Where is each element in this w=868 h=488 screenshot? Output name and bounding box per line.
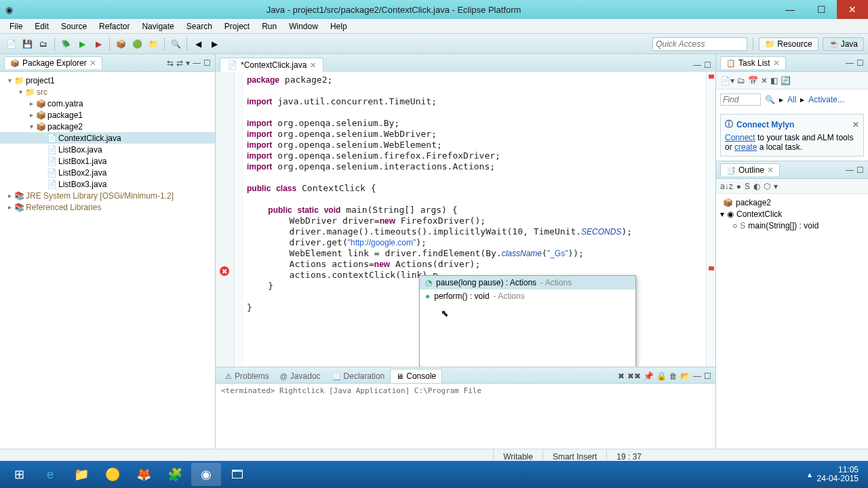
menu-run[interactable]: Run xyxy=(256,20,282,33)
console-pin-icon[interactable]: 📌 xyxy=(644,371,654,381)
tree-item[interactable]: ▸📦com.yatra xyxy=(0,98,215,109)
editor-min-icon[interactable]: — xyxy=(693,60,701,70)
app-icon[interactable]: 🧩 xyxy=(160,463,190,486)
editor-tab-contextclick[interactable]: 📄*ContextClick.java✕ xyxy=(220,58,323,72)
tab-problems[interactable]: ⚠ Problems xyxy=(220,369,275,383)
task-sync-icon[interactable]: 🔄 xyxy=(781,76,791,85)
tree-item[interactable]: 📄ListBox1.java xyxy=(0,155,215,167)
view-menu-icon[interactable]: ▾ xyxy=(186,58,190,68)
quick-access-input[interactable] xyxy=(652,37,747,51)
newpkg-icon[interactable]: 📦 xyxy=(114,37,127,51)
outline-item[interactable]: 📦package2 xyxy=(720,197,864,208)
close-button[interactable]: ✕ xyxy=(837,0,868,19)
console-remove-icon[interactable]: ✖ xyxy=(618,371,625,381)
window-icon[interactable]: 🗔 xyxy=(222,463,252,486)
tab-declaration[interactable]: 📃 Declaration xyxy=(326,369,391,383)
outline-local-icon[interactable]: ⬡ xyxy=(764,182,770,191)
mylyn-close-icon[interactable]: ✕ xyxy=(852,120,859,129)
minimize-button[interactable]: — xyxy=(774,0,806,19)
console-removeall-icon[interactable]: ✖✖ xyxy=(627,371,641,381)
outline-max-icon[interactable]: ☐ xyxy=(856,165,864,175)
tasklist-tab[interactable]: 📋 Task List ✕ xyxy=(720,56,786,69)
tree-item[interactable]: ▸📚JRE System Library [OSGi/Minimum-1.2] xyxy=(0,190,215,201)
outline-focus-icon[interactable]: ▾ xyxy=(774,182,778,191)
outline-fields-icon[interactable]: ● xyxy=(736,182,741,191)
chrome-icon[interactable]: 🟡 xyxy=(98,463,127,486)
link-editor-icon[interactable]: ⇄ xyxy=(176,58,183,68)
firefox-icon[interactable]: 🦊 xyxy=(129,463,159,486)
menu-edit[interactable]: Edit xyxy=(29,20,54,33)
btabs-min-icon[interactable]: — xyxy=(693,371,701,381)
tree-item[interactable]: 📄ListBox.java xyxy=(0,144,215,155)
task-hide-icon[interactable]: ◧ xyxy=(770,76,778,85)
close-icon[interactable]: ✕ xyxy=(310,61,316,70)
outline-min-icon[interactable]: — xyxy=(846,165,854,175)
eclipse-taskbar-icon[interactable]: ◉ xyxy=(191,463,221,486)
tray-up-icon[interactable]: ▴ xyxy=(808,470,812,479)
tab-javadoc[interactable]: @ Javadoc xyxy=(275,369,326,383)
outline-item[interactable]: ○Smain(String[]) : void xyxy=(720,220,864,231)
menu-project[interactable]: Project xyxy=(219,20,255,33)
editor-max-icon[interactable]: ☐ xyxy=(704,60,711,70)
outline-tab[interactable]: 📑 Outline ✕ xyxy=(720,163,780,176)
maximize-button[interactable]: ☐ xyxy=(806,0,837,19)
run-icon[interactable]: ▶ xyxy=(75,37,89,51)
menu-file[interactable]: File xyxy=(4,20,28,33)
tree-item[interactable]: 📄ContextClick.java xyxy=(0,132,215,144)
menu-window[interactable]: Window xyxy=(283,20,323,33)
package-tree[interactable]: ▾📁project1▾📁src▸📦com.yatra▸📦package1▾📦pa… xyxy=(0,72,215,449)
new-icon[interactable]: 📄 xyxy=(4,37,18,51)
task-cat-icon[interactable]: 🗂 xyxy=(737,76,745,85)
saveall-icon[interactable]: 🗂 xyxy=(37,37,50,51)
newclass-icon[interactable]: 🟢 xyxy=(130,37,144,51)
tree-item[interactable]: 📄ListBox2.java xyxy=(0,167,215,178)
content-assist-item[interactable]: ◔pause(long pause) : Actions - Actions xyxy=(420,276,635,289)
minimize-view-icon[interactable]: — xyxy=(193,58,201,68)
mylyn-connect-link[interactable]: Connect xyxy=(725,133,755,142)
task-new-icon[interactable]: 📄▾ xyxy=(720,76,734,85)
menu-search[interactable]: Search xyxy=(181,20,218,33)
task-activate-link[interactable]: Activate... xyxy=(808,95,844,104)
mylyn-create-link[interactable]: create xyxy=(734,142,757,152)
btabs-max-icon[interactable]: ☐ xyxy=(704,371,711,381)
perspective-java[interactable]: ☕ Java xyxy=(823,37,864,51)
tree-item[interactable]: ▸📦package1 xyxy=(0,109,215,121)
search-icon[interactable]: 🔍 xyxy=(765,95,775,104)
nav-back-icon[interactable]: ◀ xyxy=(191,37,205,51)
save-icon[interactable]: 💾 xyxy=(20,37,34,51)
console-scrolllock-icon[interactable]: 🔒 xyxy=(656,371,667,381)
outline-static-icon[interactable]: S xyxy=(745,182,750,191)
tasklist-max-icon[interactable]: ☐ xyxy=(856,58,864,68)
tree-item[interactable]: ▸📚Referenced Libraries xyxy=(0,201,215,213)
content-assist-item[interactable]: ●perform() : void - Actions xyxy=(420,289,635,303)
nav-fwd-icon[interactable]: ▶ xyxy=(208,37,221,51)
menu-help[interactable]: Help xyxy=(325,20,353,33)
tree-item[interactable]: 📄ListBox3.java xyxy=(0,178,215,190)
tasklist-min-icon[interactable]: — xyxy=(846,58,854,68)
task-find-input[interactable] xyxy=(720,94,761,106)
menu-refactor[interactable]: Refactor xyxy=(94,20,135,33)
task-all-link[interactable]: All xyxy=(787,95,796,104)
debug-icon[interactable]: 🪲 xyxy=(59,37,73,51)
outline-item[interactable]: ▾◉ContextClick xyxy=(720,208,864,220)
error-marker-icon[interactable]: ✖ xyxy=(220,266,229,276)
tree-item[interactable]: ▾📁project1 xyxy=(0,75,215,86)
collapse-all-icon[interactable]: ⇆ xyxy=(167,58,174,68)
task-sched-icon[interactable]: 📅 xyxy=(748,76,758,85)
start-button[interactable]: ⊞ xyxy=(4,463,34,486)
tab-console[interactable]: 🖥 Console xyxy=(390,369,442,383)
package-explorer-tab[interactable]: 📦 Package Explorer ✕ xyxy=(4,56,102,69)
perspective-resource[interactable]: 📁 Resource xyxy=(759,37,818,51)
ie-icon[interactable]: e xyxy=(35,463,65,486)
explorer-icon[interactable]: 📁 xyxy=(66,463,96,486)
outline-public-icon[interactable]: ◐ xyxy=(753,182,760,191)
maximize-view-icon[interactable]: ☐ xyxy=(203,58,211,68)
search-icon[interactable]: 🔍 xyxy=(169,37,182,51)
task-focus-icon[interactable]: ✕ xyxy=(761,76,768,85)
console-open-icon[interactable]: 📂 xyxy=(680,371,690,381)
folder-icon[interactable]: 📁 xyxy=(146,37,160,51)
outline-sort-icon[interactable]: a↓z xyxy=(720,182,733,191)
tree-item[interactable]: ▾📁src xyxy=(0,86,215,98)
menu-source[interactable]: Source xyxy=(56,20,92,33)
outline-tree[interactable]: 📦package2▾◉ContextClick○Smain(String[]) … xyxy=(716,194,868,234)
